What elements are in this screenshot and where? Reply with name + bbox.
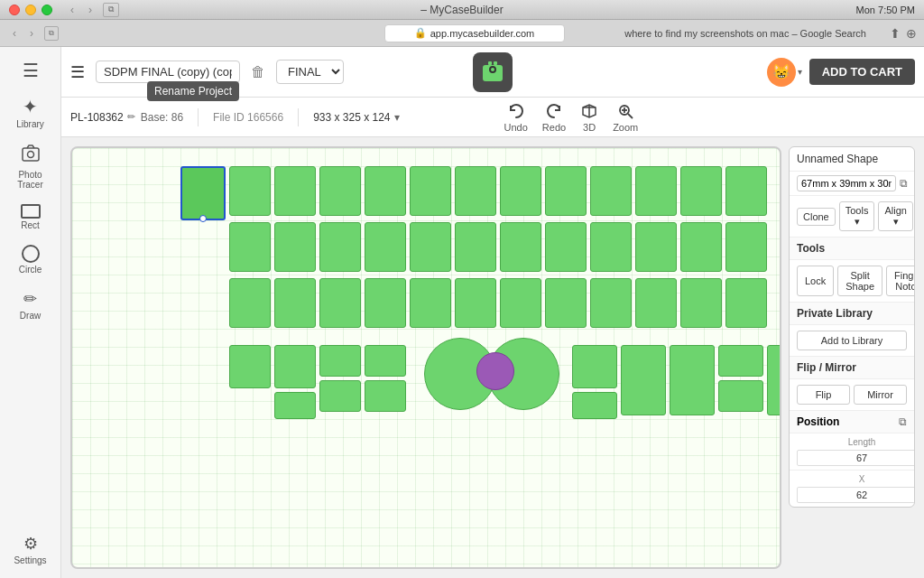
sidebar-item-menu[interactable]: ☰ bbox=[5, 54, 57, 87]
add-to-library-button[interactable]: Add to Library bbox=[797, 331, 907, 350]
table-row[interactable] bbox=[545, 222, 587, 272]
table-row[interactable] bbox=[410, 222, 451, 272]
handle-dot[interactable] bbox=[199, 215, 207, 222]
flip-button[interactable]: Flip bbox=[797, 385, 850, 405]
sidebar-item-library[interactable]: ✦ Library bbox=[5, 90, 57, 135]
table-row[interactable] bbox=[410, 278, 451, 328]
table-row[interactable] bbox=[545, 166, 587, 216]
hamburger-icon[interactable]: ☰ bbox=[70, 62, 85, 82]
length-value[interactable] bbox=[797, 450, 915, 466]
copy-position-icon[interactable]: ⧉ bbox=[899, 415, 907, 428]
browser-forward[interactable]: › bbox=[24, 26, 39, 41]
table-row[interactable] bbox=[670, 345, 715, 415]
table-row[interactable] bbox=[319, 166, 361, 216]
table-row[interactable] bbox=[229, 345, 271, 388]
table-row[interactable] bbox=[365, 380, 406, 412]
sidebar-item-circle[interactable]: Circle bbox=[5, 239, 57, 280]
table-row[interactable] bbox=[229, 278, 271, 328]
avatar-dropdown[interactable]: ▾ bbox=[798, 67, 802, 77]
sidebar-toggle[interactable]: ⧉ bbox=[44, 26, 59, 41]
tab-button[interactable]: ⧉ bbox=[103, 3, 119, 17]
table-row[interactable] bbox=[680, 278, 722, 328]
shape-circle-purple[interactable] bbox=[476, 352, 514, 390]
minimize-button[interactable] bbox=[25, 5, 36, 15]
table-row[interactable] bbox=[718, 345, 763, 377]
table-row[interactable] bbox=[229, 222, 271, 272]
edit-pl-icon[interactable]: ✏ bbox=[127, 111, 135, 123]
table-row[interactable] bbox=[572, 392, 617, 419]
avatar[interactable]: 😸 bbox=[767, 58, 796, 87]
split-shape-button[interactable]: Split Shape bbox=[837, 266, 882, 296]
table-row[interactable] bbox=[410, 166, 451, 216]
table-row[interactable] bbox=[455, 278, 496, 328]
table-row[interactable] bbox=[767, 345, 781, 415]
table-row[interactable] bbox=[365, 345, 406, 377]
table-row[interactable] bbox=[229, 166, 271, 216]
shape-selected[interactable] bbox=[180, 166, 226, 220]
table-row[interactable] bbox=[572, 345, 617, 388]
avatar-container[interactable]: 😸 ▾ bbox=[767, 58, 802, 87]
table-row[interactable] bbox=[274, 345, 316, 388]
close-button[interactable] bbox=[9, 5, 20, 15]
table-row[interactable] bbox=[365, 222, 406, 272]
expand-icon[interactable]: ▾ bbox=[394, 111, 400, 124]
sidebar-item-settings[interactable]: ⚙ Settings bbox=[5, 528, 57, 571]
x-value[interactable] bbox=[797, 487, 915, 503]
align-dropdown[interactable]: Align ▾ bbox=[878, 201, 912, 231]
forward-button[interactable]: › bbox=[83, 3, 97, 17]
table-row[interactable] bbox=[590, 222, 632, 272]
table-row[interactable] bbox=[274, 392, 316, 419]
shapes-container[interactable] bbox=[72, 148, 780, 567]
undo-button[interactable]: Undo bbox=[504, 102, 528, 133]
sidebar-item-draw[interactable]: ✏ Draw bbox=[5, 284, 57, 326]
redo-button[interactable]: Redo bbox=[542, 102, 566, 133]
table-row[interactable] bbox=[455, 166, 496, 216]
table-row[interactable] bbox=[635, 278, 677, 328]
share-icon[interactable]: ⬆ bbox=[890, 26, 901, 41]
table-row[interactable] bbox=[319, 380, 361, 412]
table-row[interactable] bbox=[455, 222, 496, 272]
table-row[interactable] bbox=[274, 166, 316, 216]
sidebar-item-photo-tracer[interactable]: Photo Tracer bbox=[5, 138, 57, 195]
table-row[interactable] bbox=[319, 278, 361, 328]
clone-button[interactable]: Clone bbox=[797, 208, 836, 226]
url-bar[interactable]: 🔒 app.mycasebuilder.com bbox=[384, 24, 565, 42]
table-row[interactable] bbox=[500, 278, 541, 328]
zoom-button[interactable]: Zoom bbox=[613, 102, 638, 133]
new-tab-icon[interactable]: ⊕ bbox=[906, 26, 917, 41]
table-row[interactable] bbox=[621, 345, 666, 415]
threed-button[interactable]: 3D bbox=[580, 102, 598, 133]
table-row[interactable] bbox=[725, 166, 767, 216]
table-row[interactable] bbox=[680, 222, 722, 272]
lock-button[interactable]: Lock bbox=[797, 266, 834, 296]
table-row[interactable] bbox=[319, 222, 361, 272]
table-row[interactable] bbox=[590, 278, 632, 328]
table-row[interactable] bbox=[274, 222, 316, 272]
add-to-cart-button[interactable]: ADD TO CART bbox=[809, 59, 915, 85]
sidebar-item-rect[interactable]: Rect bbox=[5, 199, 57, 236]
table-row[interactable] bbox=[718, 380, 763, 412]
zoom-button[interactable] bbox=[42, 5, 52, 15]
project-name-input[interactable] bbox=[96, 61, 240, 83]
finger-notch-button[interactable]: Finger Notch bbox=[886, 266, 915, 296]
table-row[interactable] bbox=[635, 166, 677, 216]
table-row[interactable] bbox=[725, 222, 767, 272]
table-row[interactable] bbox=[500, 166, 541, 216]
table-row[interactable] bbox=[635, 222, 677, 272]
dim-input[interactable] bbox=[797, 175, 896, 191]
delete-project-icon[interactable]: 🗑 bbox=[247, 61, 269, 84]
case-canvas[interactable] bbox=[70, 146, 781, 569]
table-row[interactable] bbox=[590, 166, 632, 216]
back-button[interactable]: ‹ bbox=[65, 3, 79, 17]
browser-back[interactable]: ‹ bbox=[7, 26, 22, 41]
variant-select[interactable]: FINAL bbox=[276, 60, 344, 84]
table-row[interactable] bbox=[545, 278, 587, 328]
table-row[interactable] bbox=[365, 278, 406, 328]
table-row[interactable] bbox=[725, 278, 767, 328]
mirror-button[interactable]: Mirror bbox=[854, 385, 907, 405]
table-row[interactable] bbox=[500, 222, 541, 272]
table-row[interactable] bbox=[319, 345, 361, 377]
table-row[interactable] bbox=[274, 278, 316, 328]
table-row[interactable] bbox=[680, 166, 722, 216]
tools-dropdown[interactable]: Tools ▾ bbox=[839, 201, 875, 231]
